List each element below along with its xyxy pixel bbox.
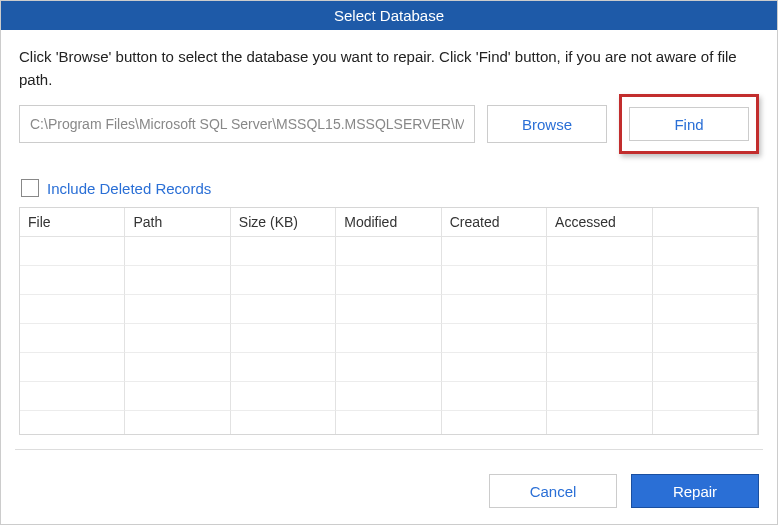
footer-separator [15,449,763,450]
dialog-footer: Cancel Repair [1,458,777,524]
column-size[interactable]: Size (KB) [231,208,336,237]
column-file[interactable]: File [20,208,125,237]
cancel-button[interactable]: Cancel [489,474,617,508]
table-cell [231,266,336,295]
table-cell [442,266,547,295]
table-body [20,237,758,434]
table-row [20,411,758,434]
find-button-highlight: Find [619,94,759,154]
table-cell [336,295,441,324]
table-cell [653,266,758,295]
table-cell [442,295,547,324]
table-cell [547,266,652,295]
include-deleted-label[interactable]: Include Deleted Records [47,180,211,197]
table-cell [442,237,547,266]
table-cell [547,295,652,324]
table-cell [20,353,125,382]
find-button[interactable]: Find [629,107,749,141]
table-cell [547,382,652,411]
table-row [20,382,758,411]
table-row [20,266,758,295]
table-cell [336,324,441,353]
table-cell [336,353,441,382]
table-cell [231,324,336,353]
table-cell [125,411,230,434]
table-cell [442,382,547,411]
table-cell [125,266,230,295]
table-cell [231,237,336,266]
table-cell [442,324,547,353]
column-path[interactable]: Path [125,208,230,237]
table-row [20,237,758,266]
table-cell [547,237,652,266]
table-cell [231,382,336,411]
browse-button[interactable]: Browse [487,105,607,143]
path-row: Browse Find [19,105,759,165]
database-path-input[interactable] [19,105,475,143]
column-spacer [653,208,758,237]
include-deleted-checkbox[interactable] [21,179,39,197]
table-cell [653,237,758,266]
column-modified[interactable]: Modified [336,208,441,237]
table-cell [20,237,125,266]
table-cell [125,382,230,411]
table-header: File Path Size (KB) Modified Created Acc… [20,208,758,237]
table-cell [231,353,336,382]
titlebar: Select Database [1,1,777,30]
column-created[interactable]: Created [442,208,547,237]
table-row [20,324,758,353]
table-cell [125,353,230,382]
table-cell [20,266,125,295]
table-cell [125,295,230,324]
table-cell [336,411,441,434]
table-cell [653,295,758,324]
table-cell [336,266,441,295]
table-cell [547,411,652,434]
dialog-content: Click 'Browse' button to select the data… [1,30,777,458]
table-row [20,353,758,382]
table-cell [125,324,230,353]
instruction-text: Click 'Browse' button to select the data… [19,46,759,91]
table-cell [231,295,336,324]
repair-button[interactable]: Repair [631,474,759,508]
table-cell [231,411,336,434]
table-cell [20,382,125,411]
table-cell [20,411,125,434]
results-table: File Path Size (KB) Modified Created Acc… [19,207,759,435]
include-deleted-row: Include Deleted Records [21,179,759,197]
table-cell [336,382,441,411]
table-cell [547,324,652,353]
table-cell [653,324,758,353]
table-cell [125,237,230,266]
table-cell [336,237,441,266]
table-cell [442,411,547,434]
table-cell [20,295,125,324]
table-cell [653,411,758,434]
table-cell [442,353,547,382]
table-cell [653,382,758,411]
table-row [20,295,758,324]
column-accessed[interactable]: Accessed [547,208,652,237]
window-title: Select Database [334,7,444,24]
table-cell [20,324,125,353]
table-cell [547,353,652,382]
table-cell [653,353,758,382]
